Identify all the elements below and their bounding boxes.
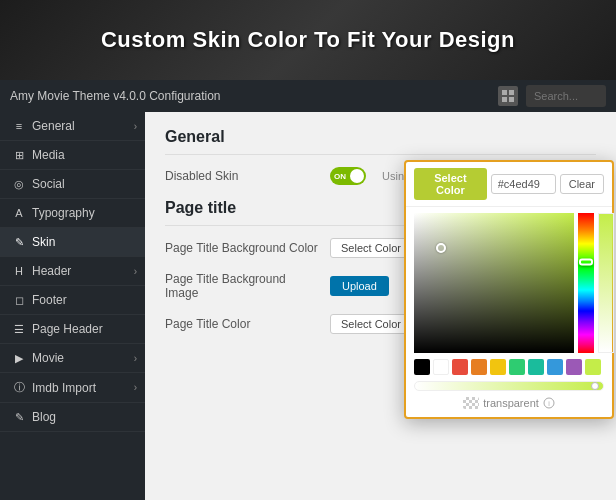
- social-icon: ◎: [12, 178, 26, 191]
- swatch-white[interactable]: [433, 359, 449, 375]
- bg-color-label: Page Title Background Color: [165, 241, 320, 255]
- sidebar-item-skin[interactable]: ✎ Skin: [0, 228, 145, 257]
- svg-rect-3: [509, 97, 514, 102]
- transparent-row: transparent i: [406, 393, 612, 409]
- checker-pattern: [463, 397, 479, 409]
- sidebar-label-blog: Blog: [32, 410, 56, 424]
- swatch-yellow[interactable]: [490, 359, 506, 375]
- color-swatches: [406, 355, 612, 379]
- swatch-lime[interactable]: [585, 359, 601, 375]
- color-gradient-box[interactable]: [414, 213, 574, 353]
- alpha-slider-row: [406, 379, 612, 393]
- sidebar-item-blog[interactable]: ✎ Blog: [0, 403, 145, 432]
- sidebar-item-media[interactable]: ⊞ Media: [0, 141, 145, 170]
- footer-icon: ◻: [12, 294, 26, 307]
- admin-bar: Amy Movie Theme v4.0.0 Configuration: [0, 80, 616, 112]
- disabled-skin-label: Disabled Skin: [165, 169, 320, 183]
- sidebar-item-page-header[interactable]: ☰ Page Header: [0, 315, 145, 344]
- sidebar-label-header: Header: [32, 264, 71, 278]
- imdb-icon: ⓘ: [12, 380, 26, 395]
- hue-thumb: [579, 259, 593, 266]
- swatch-black[interactable]: [414, 359, 430, 375]
- info-icon: i: [543, 397, 555, 409]
- sidebar: ≡ General › ⊞ Media ◎ Social A Typograph…: [0, 112, 145, 500]
- page-header-icon: ☰: [12, 323, 26, 336]
- hero-title: Custom Skin Color To Fit Your Design: [101, 27, 515, 53]
- svg-rect-0: [502, 90, 507, 95]
- hex-input[interactable]: [491, 174, 556, 194]
- color-picker-clear-button[interactable]: Clear: [560, 174, 604, 194]
- content-area: General Disabled Skin ON Using themes co…: [145, 112, 616, 500]
- hue-bar[interactable]: [578, 213, 594, 353]
- color-picker-select-button[interactable]: Select Color: [414, 168, 487, 200]
- alpha-bar[interactable]: [598, 213, 614, 353]
- grid-icon[interactable]: [498, 86, 518, 106]
- swatch-red[interactable]: [452, 359, 468, 375]
- sidebar-item-typography[interactable]: A Typography: [0, 199, 145, 228]
- page-title-color-label: Page Title Color: [165, 317, 320, 331]
- chevron-icon: ›: [134, 382, 137, 393]
- sidebar-item-general[interactable]: ≡ General ›: [0, 112, 145, 141]
- typography-icon: A: [12, 207, 26, 219]
- sidebar-label-footer: Footer: [32, 293, 67, 307]
- sidebar-label-typography: Typography: [32, 206, 95, 220]
- admin-bar-title: Amy Movie Theme v4.0.0 Configuration: [10, 89, 490, 103]
- swatch-purple[interactable]: [566, 359, 582, 375]
- skin-icon: ✎: [12, 236, 26, 249]
- blog-icon: ✎: [12, 411, 26, 424]
- sidebar-label-general: General: [32, 119, 75, 133]
- transparent-label: transparent: [483, 397, 539, 409]
- swatch-green[interactable]: [509, 359, 525, 375]
- sidebar-label-movie: Movie: [32, 351, 64, 365]
- sidebar-item-imdb[interactable]: ⓘ Imdb Import ›: [0, 373, 145, 403]
- sidebar-label-page-header: Page Header: [32, 322, 103, 336]
- swatch-teal[interactable]: [528, 359, 544, 375]
- sidebar-item-movie[interactable]: ▶ Movie ›: [0, 344, 145, 373]
- color-picker-canvas-area: [406, 207, 612, 355]
- header-icon: H: [12, 265, 26, 277]
- disabled-skin-toggle[interactable]: ON: [330, 167, 366, 185]
- media-icon: ⊞: [12, 149, 26, 162]
- bg-color-select-button[interactable]: Select Color: [330, 238, 412, 258]
- chevron-icon: ›: [134, 266, 137, 277]
- main-layout: ≡ General › ⊞ Media ◎ Social A Typograph…: [0, 112, 616, 500]
- general-icon: ≡: [12, 120, 26, 132]
- hero-banner: Custom Skin Color To Fit Your Design: [0, 0, 616, 80]
- swatch-blue[interactable]: [547, 359, 563, 375]
- sidebar-label-social: Social: [32, 177, 65, 191]
- sidebar-label-skin: Skin: [32, 235, 55, 249]
- chevron-icon: ›: [134, 121, 137, 132]
- sidebar-label-imdb: Imdb Import: [32, 381, 96, 395]
- gradient-cursor: [436, 243, 446, 253]
- movie-icon: ▶: [12, 352, 26, 365]
- page-title-color-select-button[interactable]: Select Color: [330, 314, 412, 334]
- bg-image-label: Page Title Background Image: [165, 272, 320, 300]
- alpha-slider-thumb: [591, 382, 599, 390]
- sidebar-label-media: Media: [32, 148, 65, 162]
- upload-button[interactable]: Upload: [330, 276, 389, 296]
- svg-rect-2: [502, 97, 507, 102]
- color-picker-header: Select Color Clear: [406, 162, 612, 207]
- general-section-title: General: [165, 128, 596, 155]
- chevron-icon: ›: [134, 353, 137, 364]
- sidebar-item-footer[interactable]: ◻ Footer: [0, 286, 145, 315]
- svg-rect-1: [509, 90, 514, 95]
- admin-search-input[interactable]: [526, 85, 606, 107]
- sidebar-item-social[interactable]: ◎ Social: [0, 170, 145, 199]
- svg-text:i: i: [548, 400, 550, 407]
- alpha-slider[interactable]: [414, 381, 604, 391]
- color-picker-popup: Select Color Clear: [404, 160, 614, 419]
- swatch-orange[interactable]: [471, 359, 487, 375]
- sidebar-item-header[interactable]: H Header ›: [0, 257, 145, 286]
- toggle-knob: [350, 169, 364, 183]
